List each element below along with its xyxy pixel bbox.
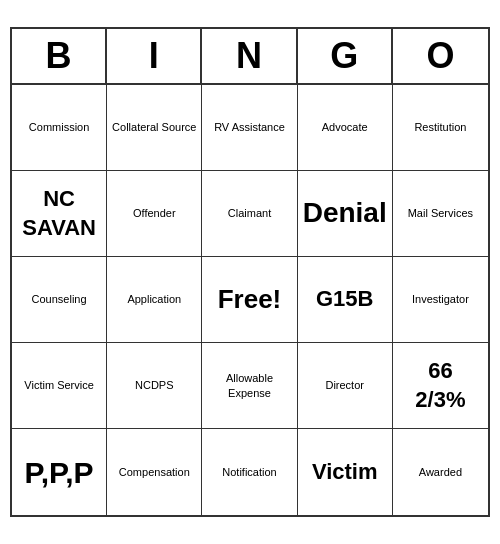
- cell-4: Restitution: [393, 85, 488, 171]
- cell-9: Mail Services: [393, 171, 488, 257]
- cell-13: G15B: [298, 257, 393, 343]
- bingo-grid: CommissionCollateral SourceRV Assistance…: [12, 85, 488, 515]
- bingo-card: B I N G O CommissionCollateral SourceRV …: [10, 27, 490, 517]
- cell-6: Offender: [107, 171, 202, 257]
- cell-0: Commission: [12, 85, 107, 171]
- cell-2: RV Assistance: [202, 85, 297, 171]
- header-i: I: [107, 29, 202, 83]
- header-b: B: [12, 29, 107, 83]
- cell-1: Collateral Source: [107, 85, 202, 171]
- cell-17: Allowable Expense: [202, 343, 297, 429]
- cell-24: Awarded: [393, 429, 488, 515]
- cell-23: Victim: [298, 429, 393, 515]
- cell-18: Director: [298, 343, 393, 429]
- cell-19: 662/3%: [393, 343, 488, 429]
- header-n: N: [202, 29, 297, 83]
- header-g: G: [298, 29, 393, 83]
- cell-21: Compensation: [107, 429, 202, 515]
- cell-11: Application: [107, 257, 202, 343]
- header-o: O: [393, 29, 488, 83]
- cell-22: Notification: [202, 429, 297, 515]
- bingo-header: B I N G O: [12, 29, 488, 85]
- cell-10: Counseling: [12, 257, 107, 343]
- cell-15: Victim Service: [12, 343, 107, 429]
- cell-20: P,P,P: [12, 429, 107, 515]
- cell-12: Free!: [202, 257, 297, 343]
- cell-7: Claimant: [202, 171, 297, 257]
- cell-14: Investigator: [393, 257, 488, 343]
- cell-8: Denial: [298, 171, 393, 257]
- cell-16: NCDPS: [107, 343, 202, 429]
- cell-5: NC SAVAN: [12, 171, 107, 257]
- cell-3: Advocate: [298, 85, 393, 171]
